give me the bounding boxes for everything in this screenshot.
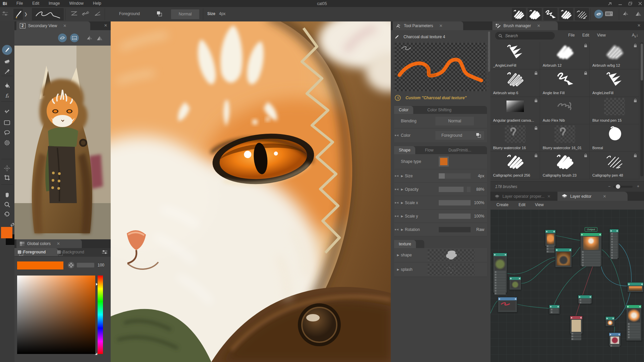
tab-close-icon[interactable]: ✕ — [63, 23, 66, 28]
brush-stroke-preview[interactable] — [395, 43, 486, 91]
expander-icon[interactable]: ▶ — [399, 228, 405, 231]
node-layer-row[interactable] — [494, 274, 506, 276]
layer-node[interactable] — [626, 305, 642, 341]
node-layer-row[interactable] — [611, 241, 618, 243]
brush-item[interactable]: Calligraphy pen 48 — [590, 152, 639, 179]
layer-node[interactable] — [627, 282, 644, 292]
image-view-button[interactable] — [70, 34, 79, 42]
node-layer-row[interactable] — [611, 257, 618, 259]
tab-color[interactable]: Color — [394, 106, 413, 114]
color-options-icon[interactable] — [101, 250, 108, 254]
mirror-icon[interactable] — [87, 35, 93, 41]
node-layer-row[interactable] — [628, 334, 640, 336]
magic-pen-tool[interactable] — [2, 107, 12, 117]
layer-node[interactable] — [555, 248, 572, 267]
current-tool-button[interactable] — [13, 9, 23, 20]
blend-mode-button[interactable]: Normal — [171, 9, 199, 19]
node-layer-row[interactable] — [494, 284, 506, 287]
smoothing-chain-icon[interactable] — [82, 10, 89, 17]
node-header[interactable] — [609, 333, 621, 336]
node-graph[interactable]: Output — [490, 209, 644, 362]
flip-icon[interactable] — [96, 35, 103, 41]
layer-node[interactable] — [509, 277, 521, 290]
smoothing-zigzag-icon[interactable] — [70, 10, 78, 17]
foreground-swatch-icon[interactable] — [156, 11, 162, 17]
node-layer-row[interactable] — [494, 276, 506, 279]
pen-pressure-icon[interactable] — [395, 201, 399, 204]
brush-item[interactable]: Blur round pen 15 — [590, 97, 639, 124]
pan-tool[interactable] — [2, 190, 12, 200]
brush-item[interactable]: Angular gradient canva... — [490, 97, 540, 124]
recent-brush-thumbnail[interactable] — [559, 8, 573, 20]
node-layer-row[interactable] — [628, 336, 640, 339]
menu-create[interactable]: Create — [496, 202, 508, 207]
layer-node[interactable] — [609, 333, 621, 346]
node-layer-row[interactable] — [582, 251, 600, 253]
zoom-tool[interactable] — [2, 200, 12, 209]
node-layer-row[interactable] — [628, 328, 640, 330]
color-source-button[interactable]: Foreground — [435, 131, 484, 140]
pen-pressure-icon[interactable] — [395, 134, 399, 137]
node-layer-row[interactable] — [582, 253, 600, 256]
tab-layer-operator-properties[interactable]: Layer operator proper... ✕ — [492, 192, 561, 201]
global-colors-tab[interactable]: Global colors ✕ — [16, 239, 82, 248]
node-layer-row[interactable] — [546, 250, 554, 253]
menu-help[interactable]: Help — [88, 0, 106, 7]
node-layer-row[interactable] — [494, 271, 506, 273]
brush-item[interactable]: Calligraphy brush 23 — [540, 152, 590, 179]
node-header[interactable] — [581, 233, 601, 236]
transform-tool[interactable] — [2, 164, 12, 173]
close-icon[interactable] — [638, 2, 642, 5]
pen-pressure-icon[interactable] — [395, 174, 399, 178]
node-header[interactable] — [509, 277, 521, 280]
navigator-icon-button[interactable] — [58, 34, 67, 42]
node-layer-row[interactable] — [610, 345, 620, 347]
texture-row-splash[interactable]: ▶splash — [394, 262, 487, 277]
lasso-tool[interactable] — [2, 128, 12, 137]
display-mode-icon[interactable] — [605, 10, 613, 17]
node-layer-row[interactable] — [494, 290, 506, 292]
panel-close-icon[interactable]: ✕ — [637, 23, 641, 28]
sort-az-icon[interactable]: Az↓ — [632, 33, 638, 38]
recent-brush-thumbnail[interactable] — [575, 8, 589, 20]
fill-bucket-tool[interactable] — [2, 81, 12, 90]
panel-scrollbar[interactable] — [488, 32, 490, 72]
recent-brush-thumbnail[interactable] — [512, 8, 526, 20]
node-layer-row[interactable] — [494, 292, 506, 295]
menu-window[interactable]: Window — [64, 0, 88, 7]
menu-edit[interactable]: Edit — [519, 202, 526, 207]
node-layer-row[interactable] — [611, 238, 618, 240]
picker-resize-handle[interactable]: ◢ — [95, 352, 97, 355]
blending-mode-button[interactable]: Normal — [435, 117, 474, 125]
zoom-in-icon[interactable]: + — [637, 184, 639, 189]
opacity-slider[interactable] — [77, 263, 94, 267]
tab-layer-editor[interactable]: Layer editor ✕ — [557, 192, 628, 201]
node-layer-row[interactable] — [611, 254, 618, 256]
hue-bar[interactable] — [98, 276, 103, 354]
node-layer-row[interactable] — [582, 264, 600, 266]
tab-dualprimitive[interactable]: DualPrimiti... — [444, 146, 476, 154]
tool-options-icon[interactable] — [1, 11, 9, 16]
selection-area-tool[interactable] — [2, 138, 12, 147]
tab-close-icon[interactable]: ✕ — [439, 23, 442, 28]
layer-node[interactable] — [570, 316, 583, 334]
tab-close-icon[interactable]: ✕ — [603, 194, 606, 199]
node-layer-row[interactable] — [494, 282, 506, 284]
tab-close-icon[interactable]: ✕ — [537, 23, 540, 28]
pen-pressure-icon[interactable] — [395, 228, 399, 231]
fx-tool[interactable]: fx — [2, 91, 12, 101]
expander-icon[interactable]: ▶ — [399, 174, 405, 178]
brush-scrollbar[interactable] — [640, 42, 643, 176]
brush-item[interactable]: Blurry watercolor 16_01 — [540, 124, 590, 152]
node-layer-row[interactable] — [582, 261, 600, 264]
brush-item[interactable]: AngleLineFill — [590, 69, 639, 97]
shape-type-swatch[interactable] — [439, 157, 449, 167]
node-header[interactable] — [610, 229, 619, 232]
brush-manager-tab[interactable]: Brush manager ✕ — [492, 21, 558, 30]
current-brush-row[interactable]: Charcoal dual texture 4 — [391, 33, 494, 41]
brush-item[interactable]: Blurry watercolor 16 — [490, 124, 540, 152]
slider-row-rotation[interactable]: ▶RotationRaw — [394, 223, 487, 236]
layer-node[interactable] — [493, 253, 507, 293]
flip-view-icon[interactable] — [635, 11, 642, 16]
brushmgr-menu-view[interactable]: View — [597, 33, 606, 38]
